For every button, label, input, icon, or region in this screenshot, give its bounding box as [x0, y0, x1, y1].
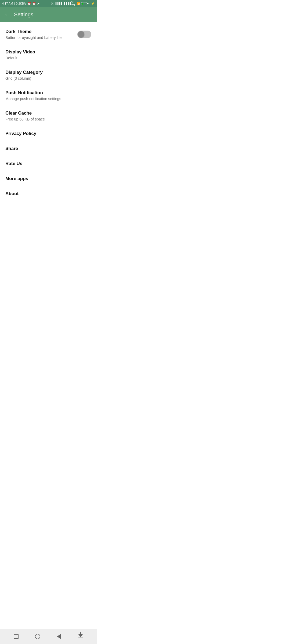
status-time: 4:17 AM — [2, 2, 13, 5]
settings-item-clear-cache[interactable]: Clear Cache Free up 68 KB of space — [0, 106, 97, 126]
settings-item-privacy-policy[interactable]: Privacy Policy — [0, 126, 97, 141]
status-right: ⌘ ▐▐▐▐ ▐▐▐▐ VoWiFi 📶 21 ⚡ — [51, 1, 95, 6]
more-apps-title: More apps — [5, 176, 91, 181]
status-speed: 0.2KB/s — [16, 2, 26, 5]
vowifi-icon: VoWiFi — [71, 1, 76, 6]
dark-theme-toggle[interactable] — [77, 31, 91, 38]
rate-us-content: Rate Us — [5, 161, 91, 166]
share-content: Share — [5, 146, 91, 151]
back-button[interactable]: ← — [4, 12, 10, 18]
settings-item-display-video[interactable]: Display Video Default — [0, 45, 97, 65]
bluetooth-icon: ⌘ — [51, 2, 54, 5]
app-bar: ← Settings — [0, 7, 97, 22]
settings-item-about[interactable]: About — [0, 186, 97, 201]
display-category-subtitle: Grid (3 column) — [5, 76, 91, 80]
dark-theme-title: Dark Theme — [5, 29, 77, 34]
wifi-icon: 📶 — [77, 2, 80, 5]
about-content: About — [5, 191, 91, 196]
clear-cache-title: Clear Cache — [5, 111, 91, 116]
push-notification-subtitle: Manage push notification settings — [5, 97, 91, 101]
rate-us-title: Rate Us — [5, 161, 91, 166]
battery-icon — [81, 2, 87, 5]
about-title: About — [5, 191, 91, 196]
toggle-knob — [78, 31, 84, 38]
signal2-icon: ▐▐▐▐ — [63, 2, 71, 5]
display-video-subtitle: Default — [5, 56, 91, 60]
privacy-policy-title: Privacy Policy — [5, 131, 91, 136]
display-category-content: Display Category Grid (3 column) — [5, 70, 91, 80]
battery-fill — [82, 3, 83, 5]
settings-content: Dark Theme Better for eyesight and batte… — [0, 22, 97, 218]
alarm2-icon: ⏰ — [32, 2, 36, 5]
settings-item-dark-theme[interactable]: Dark Theme Better for eyesight and batte… — [0, 24, 97, 45]
display-category-title: Display Category — [5, 70, 91, 75]
settings-list: Dark Theme Better for eyesight and batte… — [0, 22, 97, 203]
settings-item-display-category[interactable]: Display Category Grid (3 column) — [0, 65, 97, 85]
push-notification-title: Push Notification — [5, 90, 91, 96]
signal1-icon: ▐▐▐▐ — [55, 2, 62, 5]
page-title: Settings — [14, 12, 33, 18]
charging-icon: ⚡ — [91, 2, 95, 5]
settings-item-more-apps[interactable]: More apps — [0, 171, 97, 186]
settings-item-rate-us[interactable]: Rate Us — [0, 156, 97, 171]
clear-cache-subtitle: Free up 68 KB of space — [5, 117, 91, 121]
push-notification-content: Push Notification Manage push notificati… — [5, 90, 91, 101]
settings-item-push-notification[interactable]: Push Notification Manage push notificati… — [0, 85, 97, 106]
display-video-content: Display Video Default — [5, 49, 91, 60]
alarm-icon: ⏰ — [27, 2, 31, 5]
dark-theme-content: Dark Theme Better for eyesight and batte… — [5, 29, 77, 40]
display-video-title: Display Video — [5, 49, 91, 55]
share-title: Share — [5, 146, 91, 151]
privacy-policy-content: Privacy Policy — [5, 131, 91, 136]
status-bar: 4:17 AM | 0.2KB/s ⏰ ⏰ ➤ ⌘ ▐▐▐▐ ▐▐▐▐ VoWi… — [0, 0, 97, 7]
battery-level: 21 — [88, 2, 90, 5]
clear-cache-content: Clear Cache Free up 68 KB of space — [5, 111, 91, 121]
location-icon: ➤ — [37, 2, 39, 5]
status-separator: | — [14, 2, 15, 5]
status-left: 4:17 AM | 0.2KB/s ⏰ ⏰ ➤ — [2, 2, 39, 5]
dark-theme-subtitle: Better for eyesight and battery life — [5, 35, 77, 40]
settings-item-share[interactable]: Share — [0, 141, 97, 156]
more-apps-content: More apps — [5, 176, 91, 181]
